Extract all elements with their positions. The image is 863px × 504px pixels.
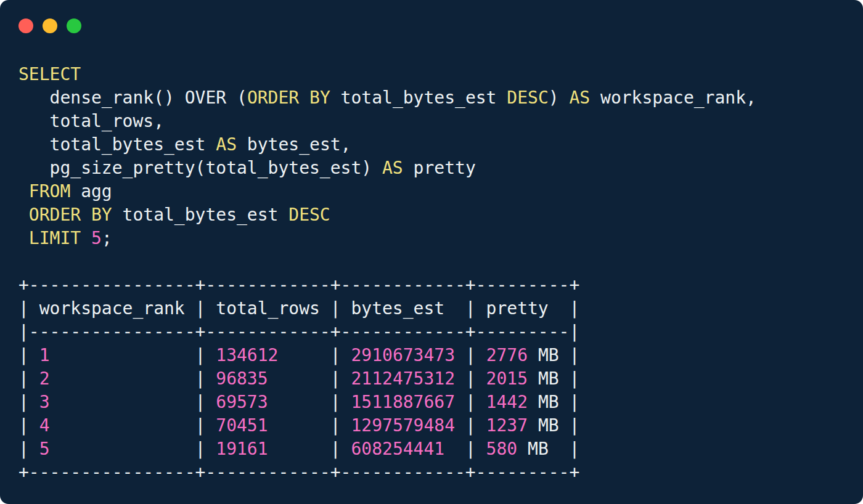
number-value: 5	[91, 228, 102, 248]
text: total_rows,	[18, 111, 164, 131]
text: +----------------+------------+---------…	[18, 462, 579, 482]
text	[18, 205, 29, 225]
code-line: FROM agg	[18, 180, 756, 203]
table-border-line: +----------------+------------+---------…	[18, 274, 756, 297]
number-value: 1442	[486, 392, 528, 412]
text: bytes_est,	[237, 134, 351, 155]
number-value: 2776	[486, 345, 528, 365]
text: |	[18, 415, 39, 436]
number-value: 580	[486, 439, 518, 459]
text: |	[268, 368, 351, 389]
text: +----------------+------------+---------…	[18, 275, 579, 295]
text: dense_rank() OVER (	[18, 87, 247, 108]
sql-keyword: DESC	[507, 87, 548, 108]
text: total_bytes_est	[18, 134, 216, 155]
sql-keyword: AS	[382, 158, 403, 178]
number-value: 1297579484	[351, 415, 455, 436]
text: |	[18, 439, 39, 459]
text: |	[268, 439, 351, 459]
text	[18, 181, 29, 201]
table-border-line: +----------------+------------+---------…	[18, 461, 756, 484]
close-button[interactable]	[18, 18, 33, 33]
text: |	[455, 368, 486, 389]
sql-keyword: LIMIT	[29, 228, 81, 248]
text: |	[455, 415, 486, 436]
number-value: 3	[39, 392, 50, 412]
text	[81, 228, 91, 248]
text: pg_size_pretty(total_bytes_est)	[18, 158, 382, 178]
table-row-line: | 3 | 69573 | 1511887667 | 1442 MB |	[18, 391, 756, 414]
text: MB |	[528, 415, 579, 436]
number-value: 96835	[216, 368, 268, 389]
code-line: total_bytes_est AS bytes_est,	[18, 133, 756, 156]
number-value: 5	[39, 439, 50, 459]
text: |	[50, 392, 216, 412]
terminal-output: SELECT dense_rank() OVER (ORDER BY total…	[18, 63, 756, 484]
text: total_bytes_est	[112, 205, 289, 225]
code-line: ORDER BY total_bytes_est DESC	[18, 203, 756, 227]
text: MB |	[528, 368, 579, 389]
text: |	[18, 345, 39, 365]
window-controls	[18, 18, 81, 33]
text: |	[455, 345, 486, 365]
text: pretty	[403, 158, 476, 178]
text: total_bytes_est	[330, 87, 507, 108]
number-value: 1237	[486, 415, 528, 436]
table-header-line: | workspace_rank | total_rows | bytes_es…	[18, 297, 756, 320]
table-row-line: | 1 | 134612 | 2910673473 | 2776 MB |	[18, 344, 756, 367]
text	[18, 228, 29, 248]
blank-line	[18, 250, 756, 274]
sql-keyword: ORDER BY	[247, 87, 330, 108]
text: |	[268, 392, 351, 412]
text: MB |	[528, 392, 579, 412]
number-value: 4	[39, 415, 50, 436]
number-value: 608254441	[351, 439, 444, 459]
text: |	[50, 368, 216, 389]
text: MB |	[528, 345, 579, 365]
sql-keyword: SELECT	[18, 64, 81, 84]
number-value: 2112475312	[351, 368, 455, 389]
text: |	[455, 392, 486, 412]
sql-keyword: AS	[569, 87, 590, 108]
number-value: 1	[39, 345, 50, 365]
text: | workspace_rank | total_rows | bytes_es…	[18, 298, 579, 319]
number-value: 1511887667	[351, 392, 455, 412]
text: ;	[102, 228, 112, 248]
text: |	[50, 415, 216, 436]
sql-keyword: DESC	[288, 205, 330, 225]
code-line: pg_size_pretty(total_bytes_est) AS prett…	[18, 156, 756, 180]
number-value: 2015	[486, 368, 528, 389]
sql-keyword: AS	[216, 134, 237, 155]
text: agg	[70, 181, 112, 201]
text: )	[549, 87, 570, 108]
minimize-button[interactable]	[43, 18, 57, 33]
text: workspace_rank,	[590, 87, 756, 108]
number-value: 70451	[216, 415, 268, 436]
text: |	[444, 439, 486, 459]
text: |	[50, 439, 216, 459]
code-line: SELECT	[18, 63, 756, 86]
table-row-line: | 4 | 70451 | 1297579484 | 1237 MB |	[18, 414, 756, 437]
text: |	[18, 368, 39, 389]
text: MB |	[517, 439, 579, 459]
text: |	[50, 345, 216, 365]
table-separator-line: |----------------+------------+---------…	[18, 320, 756, 344]
table-row-line: | 5 | 19161 | 608254441 | 580 MB |	[18, 437, 756, 461]
number-value: 69573	[216, 392, 268, 412]
text: |----------------+------------+---------…	[18, 322, 579, 342]
sql-keyword: FROM	[29, 181, 70, 201]
text: |	[18, 392, 39, 412]
number-value: 2910673473	[351, 345, 455, 365]
number-value: 134612	[216, 345, 278, 365]
code-line: dense_rank() OVER (ORDER BY total_bytes_…	[18, 86, 756, 110]
text: |	[268, 415, 351, 436]
number-value: 2	[39, 368, 50, 389]
terminal-window: SELECT dense_rank() OVER (ORDER BY total…	[0, 0, 863, 504]
code-line: LIMIT 5;	[18, 227, 756, 250]
zoom-button[interactable]	[67, 18, 81, 33]
number-value: 19161	[216, 439, 268, 459]
code-line: total_rows,	[18, 110, 756, 133]
text: |	[278, 345, 351, 365]
table-row-line: | 2 | 96835 | 2112475312 | 2015 MB |	[18, 367, 756, 391]
sql-keyword: ORDER BY	[29, 205, 112, 225]
